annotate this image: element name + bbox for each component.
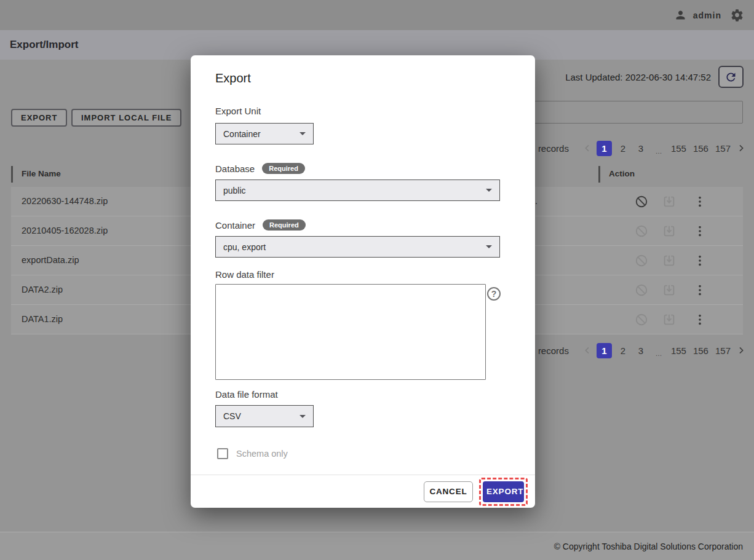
column-action: Action — [609, 169, 635, 178]
required-badge: Required — [263, 219, 306, 231]
records-label: records — [538, 345, 569, 356]
refresh-icon — [724, 71, 737, 84]
copyright-label: © Copyright Toshiba Digital Solutions Co… — [554, 542, 743, 551]
chevron-down-icon — [300, 132, 306, 135]
page-button[interactable]: 2 — [616, 141, 630, 156]
container-label-text: Container — [215, 220, 255, 231]
pager: 1 2 3 … 155 156 157 — [582, 141, 746, 156]
block-icon[interactable] — [635, 283, 648, 299]
column-file-name: File Name — [22, 169, 61, 178]
pagination-bottom: records 1 2 3 … 155 156 157 — [512, 341, 746, 360]
chevron-right-icon[interactable] — [736, 345, 746, 355]
column-bar — [598, 166, 600, 183]
database-label: Database Required — [215, 163, 305, 174]
database-label-text: Database — [215, 164, 255, 174]
container-value: cpu, export — [223, 242, 266, 252]
file-name: 20210405-162028.zip — [22, 226, 108, 235]
schema-only-row: Schema only — [217, 448, 288, 459]
file-name: DATA1.zip — [22, 314, 63, 324]
export-unit-label: Export Unit — [215, 106, 261, 116]
page-button[interactable]: 2 — [616, 343, 630, 358]
dialog-title: Export — [215, 71, 251, 85]
cancel-button[interactable]: CANCEL — [424, 481, 473, 502]
column-bar — [11, 166, 13, 183]
page-button[interactable]: 155 — [670, 343, 688, 358]
gear-icon[interactable] — [730, 8, 744, 22]
top-app-bar: admin — [0, 0, 754, 30]
username-label: admin — [693, 10, 721, 20]
records-label: records — [538, 143, 569, 154]
pagination-top: records 1 2 3 … 155 156 157 — [512, 139, 746, 157]
file-name: DATA2.zip — [22, 285, 63, 294]
chevron-right-icon[interactable] — [736, 143, 746, 153]
chevron-left-icon[interactable] — [582, 143, 592, 153]
kebab-icon[interactable] — [695, 283, 705, 299]
export-download-icon[interactable] — [662, 224, 676, 240]
export-dialog: Export Export Unit Container Database Re… — [191, 55, 535, 508]
person-icon — [674, 9, 687, 22]
export-download-icon[interactable] — [662, 283, 676, 299]
dialog-footer: CANCEL EXPORT — [191, 475, 535, 508]
page-ellipsis: … — [652, 141, 665, 156]
container-select[interactable]: cpu, export — [215, 236, 500, 258]
user-menu[interactable]: admin — [674, 9, 721, 22]
chevron-down-icon — [486, 245, 492, 248]
page-button[interactable]: 3 — [634, 141, 648, 156]
database-value: public — [223, 186, 246, 195]
app-window: admin Export/Import EXPORT IMPORT LOCAL … — [0, 0, 754, 560]
last-updated-label: Last Updated: 2022-06-30 14:47:52 — [565, 72, 711, 82]
kebab-icon[interactable] — [695, 313, 705, 329]
kebab-icon[interactable] — [695, 254, 705, 270]
page-button[interactable]: 3 — [634, 343, 648, 358]
data-file-format-label: Data file format — [215, 389, 278, 400]
container-label: Container Required — [215, 219, 306, 231]
page-button[interactable]: 157 — [714, 141, 732, 156]
kebab-icon[interactable] — [695, 195, 705, 211]
chevron-down-icon — [300, 415, 306, 418]
page-button[interactable]: 156 — [692, 141, 710, 156]
chevron-down-icon — [486, 189, 492, 192]
page-button[interactable]: 1 — [597, 141, 612, 156]
block-icon[interactable] — [635, 224, 648, 240]
kebab-icon[interactable] — [695, 224, 705, 240]
page-button[interactable]: 156 — [692, 343, 710, 358]
row-data-filter-textarea[interactable] — [215, 284, 486, 380]
schema-only-label: Schema only — [236, 449, 288, 459]
export-unit-select[interactable]: Container — [215, 123, 314, 144]
data-file-format-select[interactable]: CSV — [215, 405, 314, 427]
export-download-icon[interactable] — [662, 313, 676, 329]
database-select[interactable]: public — [215, 179, 500, 201]
block-icon[interactable] — [635, 254, 648, 270]
dialog-export-button[interactable]: EXPORT — [483, 481, 524, 502]
page-title: Export/Import — [10, 39, 78, 51]
highlight-dashed-box: EXPORT — [479, 478, 528, 506]
page-footer: © Copyright Toshiba Digital Solutions Co… — [0, 532, 754, 560]
page-ellipsis: … — [652, 343, 665, 358]
schema-only-checkbox[interactable] — [217, 448, 228, 459]
file-name: 20220630-144748.zip — [22, 196, 108, 206]
refresh-button[interactable] — [718, 66, 744, 88]
page-button[interactable]: 1 — [597, 343, 612, 358]
export-button[interactable]: EXPORT — [11, 109, 67, 127]
import-local-file-button[interactable]: IMPORT LOCAL FILE — [71, 109, 181, 127]
block-icon[interactable] — [635, 313, 648, 329]
file-name: exportData.zip — [22, 255, 79, 265]
export-download-icon[interactable] — [662, 195, 676, 211]
required-badge: Required — [262, 163, 305, 174]
pager: 1 2 3 … 155 156 157 — [582, 343, 746, 358]
chevron-left-icon[interactable] — [582, 345, 592, 355]
export-unit-value: Container — [223, 129, 261, 139]
row-data-filter-label: Row data filter — [215, 269, 274, 280]
page-button[interactable]: 155 — [670, 141, 688, 156]
export-download-icon[interactable] — [662, 254, 676, 270]
data-file-format-value: CSV — [223, 411, 241, 421]
page-button[interactable]: 157 — [714, 343, 732, 358]
block-icon[interactable] — [635, 195, 648, 211]
help-icon[interactable]: ? — [487, 287, 501, 301]
